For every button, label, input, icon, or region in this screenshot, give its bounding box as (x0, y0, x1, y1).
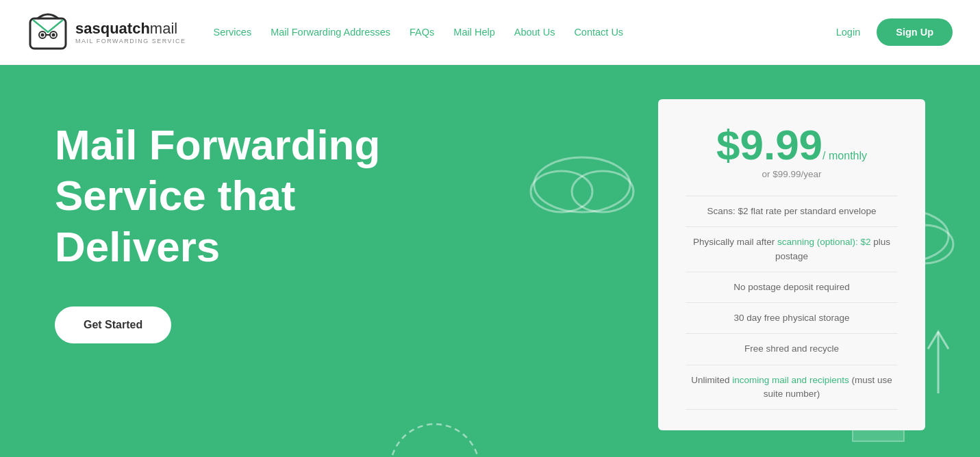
nav-item-about-us[interactable]: About Us (514, 27, 555, 38)
logo-brand-text: sasquatchmail (75, 20, 186, 38)
pricing-card: $9.99/ monthly or $99.99/year Scans: $2 … (658, 99, 925, 430)
hero-heading: Mail Forwarding Service that Delivers (55, 120, 466, 272)
hero-section: Mail Forwarding Service that Delivers Ge… (0, 65, 980, 457)
feature-scans: Scans: $2 flat rate per standard envelop… (686, 196, 898, 227)
price-period: / monthly (822, 150, 867, 161)
feature-storage: 30 day free physical storage (686, 303, 898, 334)
get-started-button[interactable]: Get Started (55, 306, 171, 343)
price-annual: or $99.99/year (686, 169, 898, 179)
hero-text: Mail Forwarding Service that Delivers Ge… (55, 106, 617, 343)
feature-physical-mail: Physically mail after scanning (optional… (686, 227, 898, 272)
main-nav: Services Mail Forwarding Addresses FAQs … (214, 27, 831, 38)
logo-tagline: MAIL FORWARDING SERVICE (75, 38, 186, 44)
signup-button[interactable]: Sign Up (877, 18, 953, 46)
price-amount: $9.99 (716, 121, 822, 168)
nav-item-mail-forwarding[interactable]: Mail Forwarding Addresses (271, 27, 390, 38)
pricing-features-list: Scans: $2 flat rate per standard envelop… (686, 196, 898, 410)
feature-shred: Free shred and recycle (686, 334, 898, 365)
feature-unlimited: Unlimited incoming mail and recipients (… (686, 365, 898, 410)
svg-point-4 (52, 34, 55, 37)
nav-item-faqs[interactable]: FAQs (410, 27, 434, 38)
main-header: sasquatchmail MAIL FORWARDING SERVICE Se… (0, 0, 980, 65)
feature-postage: No postage deposit required (686, 272, 898, 303)
nav-item-contact-us[interactable]: Contact Us (574, 27, 623, 38)
price-line: $9.99/ monthly (686, 124, 898, 166)
nav-actions: Login Sign Up (831, 18, 953, 46)
feature-green-text: scanning (optional): $2 (777, 237, 871, 247)
nav-item-mail-help[interactable]: Mail Help (453, 27, 494, 38)
logo-icon (27, 12, 68, 53)
svg-point-3 (41, 34, 45, 37)
feature-incoming-text: incoming mail and recipients (732, 375, 849, 385)
svg-point-26 (390, 424, 479, 457)
logo-link[interactable]: sasquatchmail MAIL FORWARDING SERVICE (27, 12, 186, 53)
login-button[interactable]: Login (831, 27, 866, 38)
nav-item-services[interactable]: Services (214, 27, 252, 38)
